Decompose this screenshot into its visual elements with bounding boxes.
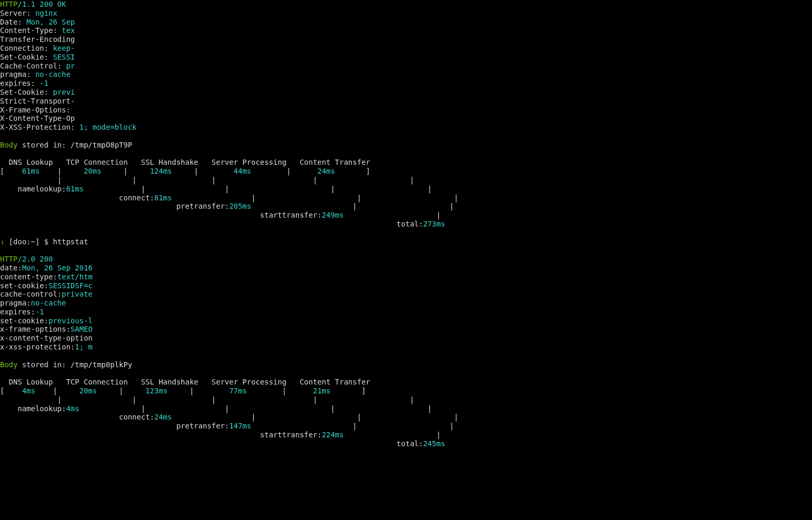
hdr-key-2-8: x-content-type-option	[0, 334, 93, 342]
hdr-key-1-10: Strict-Transport-	[0, 97, 75, 105]
hdr-val-2-6: previous-l	[49, 316, 93, 325]
hdr-val-1-2: tex	[62, 26, 75, 35]
hdr-val-2-7: SAMEO	[71, 325, 93, 333]
cum-value-1-3: 249ms	[322, 211, 344, 219]
hdr-val-1-9: previ	[53, 88, 75, 96]
hdr-val-1-6: pr	[66, 62, 75, 70]
cum-value-2-1: 24ms	[154, 413, 172, 421]
hdr-key-1-8: expires:	[0, 79, 40, 87]
hdr-val-2-3: private	[62, 290, 93, 298]
hdr-val-2-0: Mon, 26 Sep 2016	[22, 264, 93, 272]
hdr-val-1-4: keep-	[53, 44, 75, 52]
stage-headers-2: DNS Lookup TCP Connection SSL Handshake …	[0, 378, 370, 386]
http-status-1: /1.1 200 OK	[18, 0, 66, 8]
stage-srv-2: 77ms	[194, 387, 282, 395]
hdr-key-2-0: date:	[0, 264, 22, 272]
stage-tcp-1: 20ms	[62, 167, 123, 175]
http-proto-2: HTTP	[0, 255, 18, 263]
http-status-2: /2.0 200	[18, 255, 53, 263]
hdr-val-1-1: Mon, 26 Sep	[27, 18, 75, 26]
stage-ssl-2: 123ms	[123, 387, 189, 395]
hdr-key-1-6: Cache-Control:	[0, 62, 66, 70]
cum-value-2-3: 224ms	[322, 431, 344, 439]
stage-srv-1: 44ms	[198, 167, 287, 175]
prompt-arg-mask	[93, 238, 220, 246]
hdr-mask-1-12	[75, 114, 128, 122]
prompt-command[interactable]: httpstat	[53, 238, 93, 246]
stage-dns-2: 4ms	[4, 387, 53, 395]
pipes-1: | | | | |	[0, 176, 414, 184]
cum-label-1-3: starttransfer:	[260, 211, 322, 219]
hdr-mask-1-5	[75, 53, 365, 61]
stage-ct-1: 24ms	[291, 167, 365, 175]
hdr-key-1-9: Set-Cookie:	[0, 88, 53, 96]
hdr-val-1-7: no-cache	[35, 70, 70, 78]
hdr-key-2-3: cache-control:	[0, 290, 62, 298]
hdr-mask-2-6	[93, 316, 630, 325]
hdr-val-1-8: -1	[40, 79, 49, 87]
cum-label-2-0: namelookup:	[18, 404, 66, 413]
cum-label-2-3: starttransfer:	[260, 431, 322, 439]
hdr-mask-2-0	[93, 264, 158, 272]
hdr-val-1-5: SESSI	[53, 53, 75, 61]
hdr-key-1-7: pragma:	[0, 70, 35, 78]
cum-label-1-4: total:	[397, 220, 424, 228]
body-path-2: stored in: /tmp/tmp0plkPy	[18, 360, 132, 369]
hdr-mask-1-6	[75, 62, 189, 70]
cum-label-2-2: pretransfer:	[176, 422, 229, 430]
stage-tcp-2: 20ms	[58, 387, 119, 395]
hdr-mask-1-10	[75, 97, 291, 105]
hdr-key-1-11: X-Frame-Options:	[0, 106, 71, 114]
cum-label-1-1: connect:	[119, 194, 154, 202]
hdr-key-2-9: x-xss-protection:	[0, 343, 75, 351]
hdr-mask-1-3	[75, 35, 110, 43]
hdr-val-1-0: nginx	[35, 9, 57, 17]
hdr-mask-1-2	[75, 26, 123, 35]
cum-value-1-4: 273ms	[423, 220, 445, 228]
hdr-val-2-2: SESSIDSF=c	[49, 281, 93, 290]
hdr-key-2-6: set-cookie:	[0, 316, 49, 325]
hdr-key-1-3: Transfer-Encoding	[0, 35, 75, 43]
hdr-mask-1-11	[71, 106, 106, 114]
body-path-1: stored in: /tmp/tmpO8pT9P	[18, 141, 132, 149]
hdr-key-1-4: Connection:	[0, 44, 53, 52]
hdr-mask-2-8	[93, 334, 132, 342]
bracket-right-1: ]	[366, 167, 370, 175]
hdr-key-2-5: expires:	[0, 308, 35, 316]
body-label-2: Body	[0, 360, 18, 369]
stage-dns-1: 61ms	[4, 167, 57, 175]
prompt-host: [doo:~] $	[9, 238, 53, 246]
hdr-key-2-2: set-cookie:	[0, 281, 49, 290]
hdr-mask-1-9	[75, 88, 617, 96]
hdr-mask-1-1	[75, 18, 185, 26]
hdr-key-2-7: x-frame-options:	[0, 325, 71, 333]
stage-ssl-1: 124ms	[128, 167, 193, 175]
cum-value-1-2: 205ms	[229, 202, 251, 210]
hdr-key-1-5: Set-Cookie:	[0, 53, 53, 61]
hdr-key-1-2: Content-Type:	[0, 26, 62, 35]
hdr-key-1-1: Date:	[0, 18, 27, 26]
hdr-val-2-5: -1	[35, 308, 44, 316]
stage-ct-2: 21ms	[287, 387, 361, 395]
body-label-1: Body	[0, 141, 18, 149]
http-proto-1: HTTP	[0, 0, 18, 8]
hdr-mask-2-1	[93, 273, 163, 281]
hdr-key-2-4: pragma:	[0, 299, 31, 307]
hdr-val-2-1: text/htm	[58, 273, 93, 281]
hdr-mask-2-2	[93, 281, 388, 290]
cum-label-2-1: connect:	[119, 413, 154, 421]
terminal-output[interactable]: HTTP/1.1 200 OK Server: nginx Date: Mon,…	[0, 0, 812, 448]
hdr-mask-2-7	[93, 325, 123, 333]
hdr-val-2-4: no-cache	[31, 299, 66, 307]
hdr-val-2-9: 1; m	[75, 343, 93, 351]
hdr-mask-2-9	[93, 343, 141, 351]
cum-value-2-4: 245ms	[423, 439, 445, 448]
cum-value-2-0: 4ms	[66, 404, 79, 413]
stage-headers-1: DNS Lookup TCP Connection SSL Handshake …	[0, 158, 370, 166]
prompt-arrow-icon: ⇂	[0, 238, 9, 246]
hdr-key-1-12: X-Content-Type-Op	[0, 114, 75, 122]
hdr-key-1-0: Server:	[0, 9, 35, 17]
pipes-2: | | | | |	[0, 395, 414, 404]
hdr-key-1-13: X-XSS-Protection:	[0, 123, 79, 131]
cum-label-1-2: pretransfer:	[176, 202, 229, 210]
